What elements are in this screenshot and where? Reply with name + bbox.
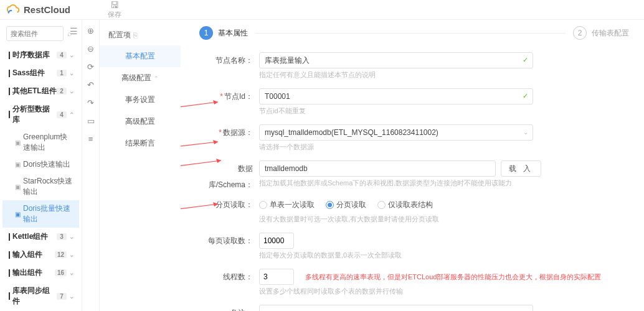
- zoom-in-icon[interactable]: ⊕: [87, 26, 94, 35]
- hint-per-page: 指定每次分页读取的数据量,0表示一次全部读取: [259, 251, 629, 260]
- radio-paging[interactable]: 分页读取: [326, 200, 366, 210]
- step-2[interactable]: 2传输表配置: [573, 26, 629, 40]
- hint-node-id: 节点id不能重复: [259, 106, 629, 116]
- sidebar-cat-sync[interactable]: 库表同步组件7⌄: [2, 282, 79, 310]
- step-connector: [255, 33, 566, 34]
- hint-datasource: 请选择一个数据源: [259, 142, 629, 152]
- hint-paging: 没有大数据量时可选一次读取,有大数据量时请使用分页读取: [259, 215, 629, 224]
- tool-column: ⊕ ⊖ ⟳ ↶ ↷ ▭ ≡: [82, 20, 100, 311]
- fit-icon[interactable]: ⟳: [87, 62, 94, 72]
- load-button[interactable]: 载 入: [501, 160, 541, 177]
- config-item-transaction[interactable]: 事务设置: [100, 89, 181, 111]
- sidebar: ☰ ⌕ 时序数据库4⌄ Sass组件1⌄ 其他ETL组件2⌄ 分析型数据库4⌃ …: [0, 20, 82, 311]
- hint-schema: 指定加载其他数据库或Schema下的表和视图,数据源类型为连接池时不能使用该能力: [259, 179, 629, 188]
- chevron-down-icon: ⌄: [523, 129, 528, 136]
- steps: 1基本属性 2传输表配置: [199, 26, 629, 40]
- step-1[interactable]: 1基本属性: [199, 26, 248, 40]
- sidebar-cat-timeseries[interactable]: 时序数据库4⌄: [2, 46, 79, 64]
- logo: RestCloud: [6, 3, 70, 17]
- cloud-icon: [6, 3, 20, 17]
- label-threads: 线程数：: [199, 269, 259, 285]
- node-icon: ▣: [15, 211, 21, 218]
- sidebar-item-greenplum[interactable]: ▣Greenplum快速输出: [2, 129, 79, 156]
- sidebar-cat-input[interactable]: 输入组件12⌄: [2, 246, 79, 264]
- save-button[interactable]: 🖫 保存: [108, 0, 121, 19]
- check-icon: ✓: [523, 56, 528, 64]
- radio-single[interactable]: 单表一次读取: [259, 200, 315, 210]
- label-schema: 数据库/Schema：: [199, 160, 259, 193]
- label-node-id: *节点Id：: [199, 88, 259, 104]
- copy-icon[interactable]: ⎘: [133, 31, 138, 40]
- chevron-down-icon: ⌄: [69, 52, 74, 58]
- label-datasource: *数据源：: [199, 124, 259, 141]
- search-icon[interactable]: ⌕: [67, 29, 72, 38]
- config-item-advanced2[interactable]: 高级配置: [100, 111, 181, 132]
- sidebar-cat-kettle[interactable]: Kettle组件3⌄: [2, 228, 79, 246]
- config-item-basic[interactable]: 基本配置: [100, 45, 181, 67]
- datasource-select[interactable]: [259, 124, 533, 141]
- thread-warning: 多线程有更高的速率表现，但是对ETCLoud部署服务器的性能压力也会更大，根据自…: [305, 272, 601, 282]
- remark-textarea[interactable]: [259, 305, 533, 311]
- per-page-input[interactable]: [259, 233, 294, 249]
- chevron-up-icon: ⌃: [154, 75, 159, 81]
- content-panel: 1基本属性 2传输表配置 节点名称：✓指定任何有意义且能描述本节点的说明 *节点…: [181, 20, 644, 311]
- hint-node-name: 指定任何有意义且能描述本节点的说明: [259, 70, 629, 80]
- sidebar-cat-analytics[interactable]: 分析型数据库4⌃: [2, 100, 79, 129]
- label-remark: 备注：: [199, 305, 259, 311]
- label-node-name: 节点名称：: [199, 52, 259, 68]
- config-item-assert[interactable]: 结果断言: [100, 132, 181, 154]
- label-per-page: 每页读取数：: [199, 233, 259, 249]
- sidebar-cat-output[interactable]: 输出组件16⌄: [2, 264, 79, 282]
- node-icon: ▣: [15, 183, 21, 190]
- check-icon: ✓: [523, 92, 528, 100]
- chevron-down-icon: ⌄: [69, 88, 74, 95]
- label-paging: 分页读取：: [199, 197, 259, 213]
- node-name-input[interactable]: [259, 52, 533, 68]
- more-icon[interactable]: ≡: [88, 134, 93, 144]
- sidebar-cat-etl[interactable]: 其他ETL组件2⌄: [2, 82, 79, 100]
- config-item-advanced[interactable]: 高级配置⌃: [100, 67, 181, 89]
- undo-icon[interactable]: ↶: [87, 80, 94, 90]
- radio-structure[interactable]: 仅读取表结构: [377, 200, 433, 210]
- save-label: 保存: [108, 10, 121, 19]
- select-icon[interactable]: ▭: [87, 116, 95, 126]
- chevron-down-icon: ⌄: [69, 70, 74, 77]
- header-bar: RestCloud 🖫 保存: [0, 0, 644, 20]
- node-icon: ▣: [15, 161, 21, 168]
- sidebar-item-doris[interactable]: ▣Doris快速输出: [2, 156, 79, 173]
- hint-threads: 设置多少个线程同时读取多个表的数据并行传输: [259, 287, 629, 296]
- node-id-input[interactable]: [259, 88, 533, 104]
- redo-icon[interactable]: ↷: [87, 98, 94, 108]
- zoom-out-icon[interactable]: ⊖: [87, 44, 94, 53]
- save-icon: 🖫: [110, 0, 119, 10]
- schema-input[interactable]: [259, 160, 496, 177]
- config-title: 配置项⎘: [100, 25, 181, 45]
- logo-text: RestCloud: [24, 4, 70, 15]
- threads-input[interactable]: [259, 269, 294, 285]
- sidebar-item-doris-batch[interactable]: ▣Doris批量快速输出: [2, 200, 79, 228]
- chevron-up-icon: ⌃: [69, 111, 74, 118]
- search-input[interactable]: [6, 26, 64, 41]
- node-icon: ▣: [15, 139, 21, 146]
- sidebar-item-starrocks[interactable]: ▣StarRocks快速输出: [2, 173, 79, 200]
- sidebar-cat-sass[interactable]: Sass组件1⌄: [2, 64, 79, 82]
- config-sidebar: 配置项⎘ 基本配置 高级配置⌃ 事务设置 高级配置 结果断言: [100, 20, 181, 311]
